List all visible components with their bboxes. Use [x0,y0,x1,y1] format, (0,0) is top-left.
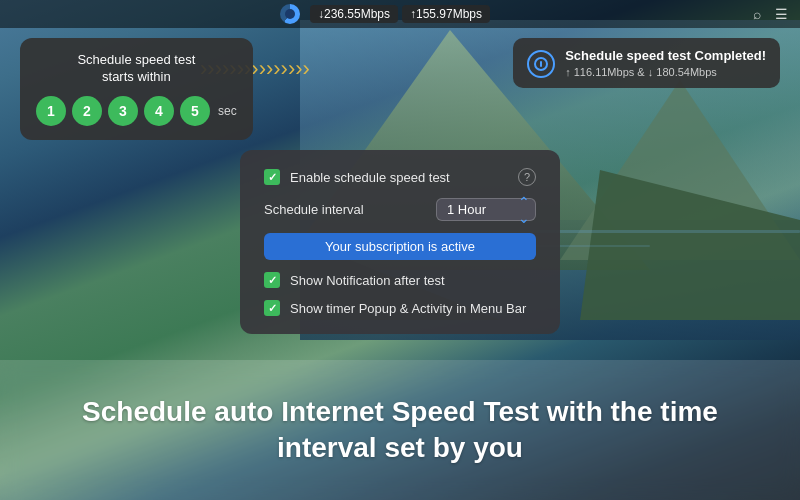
arrow-9: › [259,58,266,80]
schedule-popup: Schedule speed test starts within 1 2 3 … [20,38,253,140]
download-speed-badge: ↓236.55Mbps [310,5,398,23]
arrow-13: › [288,58,295,80]
upload-speed-badge: ↑155.97Mbps [402,5,490,23]
speedometer-icon [534,57,548,71]
app-icon-inner [285,9,295,19]
titlebar: ↓236.55Mbps ↑155.97Mbps ⌕ ☰ [0,0,800,28]
show-notification-row: ✓ Show Notification after test [264,272,536,288]
bottom-title: Schedule auto Internet Speed Test with t… [82,394,718,467]
notif-text: Schedule speed test Completed! ↑ 116.11M… [565,48,766,78]
help-button[interactable]: ? [518,168,536,186]
countdown-circles: 1 2 3 4 5 sec [36,96,237,126]
app-icon-circle [280,4,300,24]
settings-panel: ✓ Enable schedule speed test ? Schedule … [240,150,560,334]
arrow-12: › [281,58,288,80]
arrow-11: › [273,58,280,80]
app-icon [280,4,300,24]
search-icon[interactable]: ⌕ [753,6,761,22]
download-speed-value: ↓236.55Mbps [318,7,390,21]
countdown-3: 3 [108,96,138,126]
arrow-10: › [266,58,273,80]
notif-title: Schedule speed test Completed! [565,48,766,63]
check-icon-3: ✓ [268,302,277,315]
show-notification-checkbox[interactable]: ✓ [264,272,280,288]
interval-row: Schedule interval 30 Minutes 1 Hour 2 Ho… [264,198,536,221]
interval-select[interactable]: 30 Minutes 1 Hour 2 Hours 3 Hours 6 Hour… [436,198,536,221]
notif-icon-wrap [527,50,555,78]
countdown-1: 1 [36,96,66,126]
schedule-popup-title: Schedule speed test starts within [36,52,237,86]
arrow-15: › [303,58,310,80]
arrow-14: › [295,58,302,80]
sec-label: sec [218,104,237,118]
countdown-4: 4 [144,96,174,126]
notif-subtitle: ↑ 116.11Mbps & ↓ 180.54Mbps [565,66,766,78]
check-icon: ✓ [268,171,277,184]
interval-select-wrapper: 30 Minutes 1 Hour 2 Hours 3 Hours 6 Hour… [436,198,536,221]
titlebar-actions: ⌕ ☰ [753,6,788,22]
subscription-badge[interactable]: Your subscription is active [264,233,536,260]
enable-row: ✓ Enable schedule speed test ? [264,168,536,186]
countdown-5: 5 [180,96,210,126]
enable-checkbox[interactable]: ✓ [264,169,280,185]
notification-bubble: Schedule speed test Completed! ↑ 116.11M… [513,38,780,88]
menu-icon[interactable]: ☰ [775,6,788,22]
upload-speed-value: ↑155.97Mbps [410,7,482,21]
show-timer-row: ✓ Show timer Popup & Activity in Menu Ba… [264,300,536,316]
bottom-section: Schedule auto Internet Speed Test with t… [0,360,800,500]
show-notification-label: Show Notification after test [290,273,536,288]
show-timer-checkbox[interactable]: ✓ [264,300,280,316]
enable-label: Enable schedule speed test [290,170,508,185]
countdown-2: 2 [72,96,102,126]
interval-label: Schedule interval [264,202,364,217]
check-icon-2: ✓ [268,274,277,287]
show-timer-label: Show timer Popup & Activity in Menu Bar [290,301,536,316]
